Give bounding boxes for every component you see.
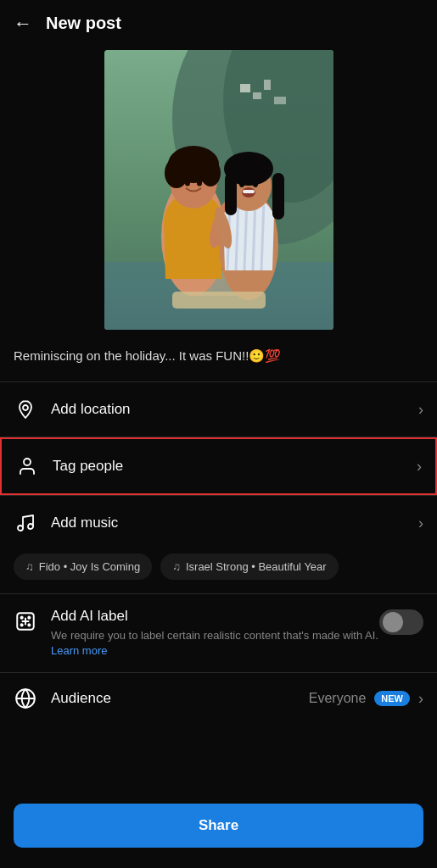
svg-rect-26 [272, 173, 284, 220]
music-chevron: › [418, 515, 423, 532]
new-badge: NEW [374, 691, 410, 706]
header: ← New post [0, 0, 437, 43]
svg-point-12 [165, 158, 188, 188]
add-music-label: Add music [51, 515, 418, 531]
svg-point-40 [21, 624, 23, 626]
add-location-label: Add location [51, 401, 418, 418]
ai-subtitle-text: We require you to label certain realisti… [51, 629, 378, 642]
ai-label-row: Add AI label We require you to label cer… [0, 594, 437, 672]
audience-icon [14, 687, 37, 710]
add-location-row[interactable]: Add location › [0, 382, 437, 437]
tag-people-label: Tag people [53, 458, 417, 475]
svg-point-29 [239, 181, 244, 187]
svg-point-15 [197, 181, 202, 186]
audience-value: Everyone [309, 691, 367, 706]
post-image-container [0, 43, 437, 343]
audience-label: Audience [51, 690, 309, 707]
add-music-row[interactable]: Add music › [0, 496, 437, 550]
tag-people-icon [15, 454, 39, 478]
tag-people-chevron: › [417, 458, 422, 476]
location-icon [14, 398, 37, 421]
music-chip-1[interactable]: ♫ Fido • Joy Is Coming [14, 554, 152, 580]
svg-rect-3 [240, 84, 250, 92]
svg-point-35 [18, 526, 23, 531]
svg-point-34 [24, 459, 31, 465]
tag-people-row[interactable]: Tag people › [0, 437, 437, 495]
music-chips-container: ♫ Fido • Joy Is Coming ♫ Israel Strong •… [0, 550, 437, 593]
post-image [104, 50, 333, 330]
svg-point-30 [253, 181, 258, 187]
svg-point-13 [200, 159, 221, 186]
ai-icon [14, 609, 37, 633]
svg-rect-25 [225, 173, 237, 215]
ai-label-subtitle: We require you to label certain realisti… [51, 628, 379, 659]
post-caption: Reminiscing on the holiday... It was FUN… [0, 343, 437, 381]
music-chip-2[interactable]: ♫ Israel Strong • Beautiful Year [160, 554, 338, 580]
svg-point-14 [185, 181, 190, 186]
svg-rect-6 [274, 97, 286, 104]
svg-point-33 [23, 405, 28, 410]
svg-rect-4 [253, 92, 261, 99]
svg-point-38 [21, 617, 23, 619]
svg-rect-32 [172, 292, 266, 309]
share-button-container: Share [0, 790, 437, 868]
back-button[interactable]: ← [14, 14, 32, 33]
ai-content: Add AI label We require you to label cer… [51, 608, 379, 659]
ai-label-title: Add AI label [51, 608, 379, 625]
audience-chevron: › [418, 690, 423, 708]
music-icon [14, 511, 37, 535]
location-chevron: › [418, 401, 423, 419]
share-button[interactable]: Share [14, 804, 423, 848]
ai-toggle[interactable] [379, 609, 423, 635]
music-chip-label-1: Fido • Joy Is Coming [39, 560, 140, 573]
svg-rect-5 [264, 80, 271, 90]
audience-row[interactable]: Audience Everyone NEW › [0, 673, 437, 724]
caption-text: Reminiscing on the holiday... It was FUN… [14, 348, 281, 363]
svg-rect-28 [243, 190, 255, 193]
svg-point-41 [28, 624, 30, 626]
music-chip-label-2: Israel Strong • Beautiful Year [186, 560, 327, 573]
learn-more-link[interactable]: Learn more [51, 644, 107, 657]
music-chip-icon-1: ♫ [25, 560, 34, 573]
page-title: New post [46, 14, 121, 33]
svg-point-39 [28, 617, 30, 619]
music-chip-icon-2: ♫ [172, 560, 181, 573]
